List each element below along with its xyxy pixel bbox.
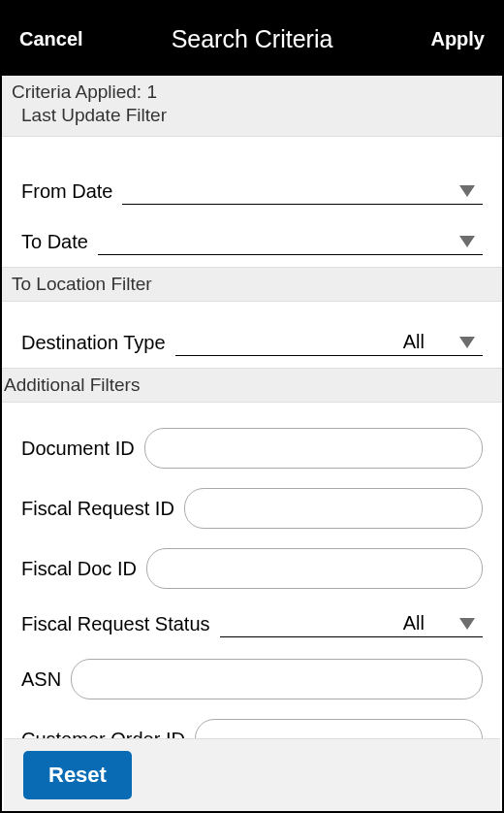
from-date-row: From Date bbox=[2, 166, 502, 216]
fiscal-request-status-label: Fiscal Request Status bbox=[21, 613, 210, 635]
criteria-applied-count: Criteria Applied: 1 bbox=[12, 81, 492, 103]
from-date-label: From Date bbox=[21, 180, 112, 203]
destination-type-row: Destination Type All bbox=[2, 317, 502, 368]
fiscal-request-status-select[interactable]: All bbox=[220, 610, 483, 637]
fiscal-request-status-value: All bbox=[403, 612, 425, 634]
reset-button[interactable]: Reset bbox=[23, 751, 132, 799]
fiscal-doc-id-label: Fiscal Doc ID bbox=[21, 558, 137, 580]
fiscal-request-id-input[interactable] bbox=[184, 488, 483, 529]
additional-filters-section-header: Additional Filters bbox=[2, 368, 502, 403]
destination-type-select[interactable]: All bbox=[175, 329, 483, 356]
fiscal-request-id-row: Fiscal Request ID bbox=[2, 478, 502, 538]
destination-type-label: Destination Type bbox=[21, 332, 166, 354]
chevron-down-icon bbox=[459, 236, 475, 247]
fiscal-doc-id-row: Fiscal Doc ID bbox=[2, 538, 502, 599]
cancel-button[interactable]: Cancel bbox=[19, 28, 83, 50]
to-date-row: To Date bbox=[2, 216, 502, 267]
footer-bar: Reset bbox=[4, 738, 500, 811]
asn-row: ASN bbox=[2, 649, 502, 709]
to-date-field[interactable] bbox=[98, 228, 483, 255]
page-title: Search Criteria bbox=[172, 25, 333, 53]
apply-button[interactable]: Apply bbox=[430, 28, 485, 50]
asn-label: ASN bbox=[21, 668, 61, 691]
fiscal-request-status-row: Fiscal Request Status All bbox=[2, 599, 502, 649]
document-id-row: Document ID bbox=[2, 418, 502, 478]
document-id-input[interactable] bbox=[144, 428, 483, 469]
destination-type-value: All bbox=[403, 331, 425, 353]
fiscal-request-id-label: Fiscal Request ID bbox=[21, 498, 174, 520]
criteria-last-update-label: Last Update Filter bbox=[12, 105, 492, 126]
chevron-down-icon bbox=[459, 618, 475, 630]
asn-input[interactable] bbox=[71, 659, 483, 699]
to-location-section-header: To Location Filter bbox=[2, 267, 502, 302]
chevron-down-icon bbox=[459, 185, 475, 197]
content-scroll: Criteria Applied: 1 Last Update Filter F… bbox=[2, 76, 502, 743]
chevron-down-icon bbox=[459, 337, 475, 348]
document-id-label: Document ID bbox=[21, 438, 135, 460]
to-date-label: To Date bbox=[21, 231, 88, 253]
from-date-field[interactable] bbox=[122, 178, 483, 205]
fiscal-doc-id-input[interactable] bbox=[146, 548, 483, 589]
header-bar: Cancel Search Criteria Apply bbox=[2, 2, 502, 76]
criteria-summary: Criteria Applied: 1 Last Update Filter bbox=[2, 76, 502, 137]
